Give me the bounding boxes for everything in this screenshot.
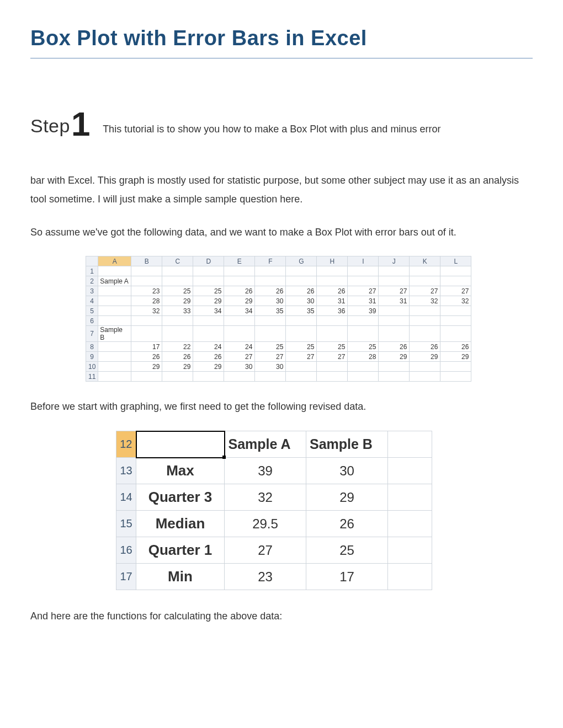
cell: 31 (317, 296, 348, 306)
step-number: 1 (71, 105, 90, 143)
selected-cell (136, 431, 225, 458)
cell (348, 326, 379, 342)
column-header: H (317, 256, 348, 266)
cell: 28 (131, 296, 162, 306)
functions-paragraph: And here are the functions for calculati… (30, 607, 533, 625)
cell (410, 306, 440, 316)
cell: 28 (348, 352, 379, 362)
stat-value: 25 (306, 537, 388, 564)
cell: 26 (255, 286, 286, 296)
cell: 32 (440, 296, 471, 306)
page-title: Box Plot with Error Bars in Excel (30, 26, 533, 50)
sample-a-header: Sample A (225, 431, 306, 458)
cell: 29 (162, 362, 193, 372)
cell (379, 362, 410, 372)
row-header: 13 (116, 458, 136, 484)
cell: 30 (286, 296, 317, 306)
cell (410, 372, 440, 382)
row-header: 9 (86, 352, 98, 362)
cell (348, 372, 379, 382)
blank-cell (388, 564, 432, 590)
cell (193, 372, 224, 382)
cell (98, 266, 131, 276)
cell (286, 276, 317, 286)
cell (317, 276, 348, 286)
column-header: L (440, 256, 471, 266)
cell (193, 276, 224, 286)
cell: 29 (193, 296, 224, 306)
row-header: 10 (86, 362, 98, 372)
cell (193, 316, 224, 326)
blank-cell (388, 458, 432, 484)
cell: Sample B (98, 326, 131, 342)
cell (317, 316, 348, 326)
cell (440, 276, 471, 286)
cell: 36 (317, 306, 348, 316)
cell (379, 306, 410, 316)
cell: 22 (162, 342, 193, 352)
title-divider (30, 58, 533, 58)
row-header: 8 (86, 342, 98, 352)
raw-data-spreadsheet: ABCDEFGHIJKL12Sample A323252526262626272… (86, 256, 533, 382)
cell: 31 (379, 296, 410, 306)
cell: 26 (224, 286, 255, 296)
cell (98, 296, 131, 306)
cell (410, 276, 440, 286)
stat-label: Max (136, 458, 225, 484)
cell (98, 352, 131, 362)
cell: 26 (193, 352, 224, 362)
row-header: 14 (116, 484, 136, 511)
row-header: 2 (86, 276, 98, 286)
cell: 31 (348, 296, 379, 306)
cell (379, 316, 410, 326)
cell (98, 306, 131, 316)
cell (131, 266, 162, 276)
cell (98, 286, 131, 296)
cell: 33 (162, 306, 193, 316)
row-header: 6 (86, 316, 98, 326)
row-header: 17 (116, 564, 136, 590)
blank-cell (388, 511, 432, 537)
column-header: A (98, 256, 131, 266)
row-header: 1 (86, 266, 98, 276)
cell: Sample A (98, 276, 131, 286)
raw-data-table: ABCDEFGHIJKL12Sample A323252526262626272… (86, 256, 471, 382)
blank-cell (388, 484, 432, 511)
cell: 26 (286, 286, 317, 296)
cell (224, 266, 255, 276)
cell (286, 266, 317, 276)
cell: 17 (131, 342, 162, 352)
cell: 24 (224, 342, 255, 352)
cell (255, 316, 286, 326)
step-label: Step (30, 115, 70, 136)
row-header: 4 (86, 296, 98, 306)
cell (224, 276, 255, 286)
cell (379, 276, 410, 286)
cell (410, 316, 440, 326)
column-header: D (193, 256, 224, 266)
cell (131, 372, 162, 382)
row-header: 7 (86, 326, 98, 342)
assume-paragraph: So assume we've got the following data, … (30, 223, 533, 242)
cell (98, 342, 131, 352)
cell (286, 326, 317, 342)
cell (131, 316, 162, 326)
cell: 25 (193, 286, 224, 296)
cell: 39 (348, 306, 379, 316)
cell (162, 326, 193, 342)
column-header: G (286, 256, 317, 266)
cell: 26 (131, 352, 162, 362)
cell: 29 (410, 352, 440, 362)
stat-value: 39 (225, 458, 306, 484)
cell: 29 (440, 352, 471, 362)
cell (317, 362, 348, 372)
cell: 27 (224, 352, 255, 362)
cell (286, 362, 317, 372)
stat-value: 17 (306, 564, 388, 590)
cell (255, 266, 286, 276)
cell: 34 (193, 306, 224, 316)
cell (317, 326, 348, 342)
cell: 27 (255, 352, 286, 362)
stat-value: 26 (306, 511, 388, 537)
cell (98, 362, 131, 372)
